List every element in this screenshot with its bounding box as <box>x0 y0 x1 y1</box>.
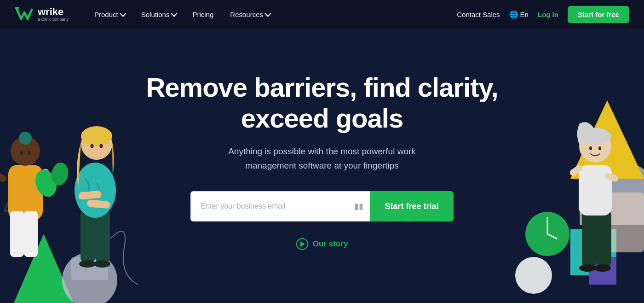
nav-solutions[interactable]: Solutions <box>134 7 184 22</box>
start-for-free-button[interactable]: Start for free <box>568 6 629 23</box>
svg-point-41 <box>589 146 592 150</box>
svg-point-46 <box>594 264 611 272</box>
globe-icon: 🌐 <box>509 10 518 19</box>
hero-content: Remove barriers, find clarity, exceed go… <box>146 72 498 250</box>
email-icon: ▮▮ <box>354 201 363 211</box>
svg-point-45 <box>579 264 596 272</box>
svg-point-20 <box>81 126 112 146</box>
svg-rect-6 <box>10 211 24 257</box>
svg-point-9 <box>19 132 32 145</box>
svg-point-42 <box>598 146 601 150</box>
nav-pricing[interactable]: Pricing <box>185 7 221 22</box>
email-input-wrapper: ▮▮ <box>190 191 370 221</box>
logo-subtitle: a Citrix company <box>38 17 69 22</box>
svg-point-21 <box>91 144 94 148</box>
svg-rect-16 <box>80 211 95 262</box>
hero-title: Remove barriers, find clarity, exceed go… <box>146 72 498 134</box>
svg-point-26 <box>94 260 110 268</box>
svg-point-10 <box>20 151 23 155</box>
svg-rect-7 <box>24 211 38 257</box>
wrike-logo-icon <box>15 6 34 23</box>
our-story-link[interactable]: Our story <box>146 238 498 250</box>
navbar: wrike a Citrix company Product Solutions… <box>0 0 644 29</box>
svg-point-32 <box>515 257 552 294</box>
contact-sales-link[interactable]: Contact Sales <box>457 11 500 18</box>
svg-point-25 <box>79 260 96 268</box>
svg-rect-38 <box>579 165 612 216</box>
chevron-down-icon <box>264 11 271 17</box>
svg-rect-17 <box>95 211 110 262</box>
logo-name: wrike <box>38 7 69 17</box>
nav-resources[interactable]: Resources <box>223 7 277 22</box>
nav-product[interactable]: Product <box>87 7 132 22</box>
email-input[interactable] <box>190 191 370 221</box>
start-trial-button[interactable]: Start free trial <box>370 191 453 221</box>
svg-rect-37 <box>597 211 611 266</box>
svg-rect-36 <box>582 211 597 266</box>
nav-right: Contact Sales 🌐 En Log in Start for free <box>457 6 629 23</box>
language-selector[interactable]: 🌐 En <box>509 10 529 19</box>
cta-row: ▮▮ Start free trial <box>146 191 498 221</box>
login-button[interactable]: Log in <box>538 11 558 18</box>
svg-point-22 <box>100 144 103 148</box>
chevron-down-icon <box>120 11 126 17</box>
hero-subtitle: Anything is possible with the most power… <box>202 145 442 173</box>
chevron-down-icon <box>171 11 178 17</box>
hero-section: Remove barriers, find clarity, exceed go… <box>0 29 644 303</box>
logo[interactable]: wrike a Citrix company <box>15 6 69 23</box>
play-triangle-icon <box>300 241 305 247</box>
nav-items: Product Solutions Pricing Resources <box>87 7 457 22</box>
right-illustration <box>478 54 644 303</box>
left-illustration <box>0 54 156 303</box>
svg-point-18 <box>75 163 116 218</box>
play-icon <box>296 238 308 250</box>
svg-point-11 <box>28 151 30 155</box>
svg-rect-12 <box>0 172 8 183</box>
